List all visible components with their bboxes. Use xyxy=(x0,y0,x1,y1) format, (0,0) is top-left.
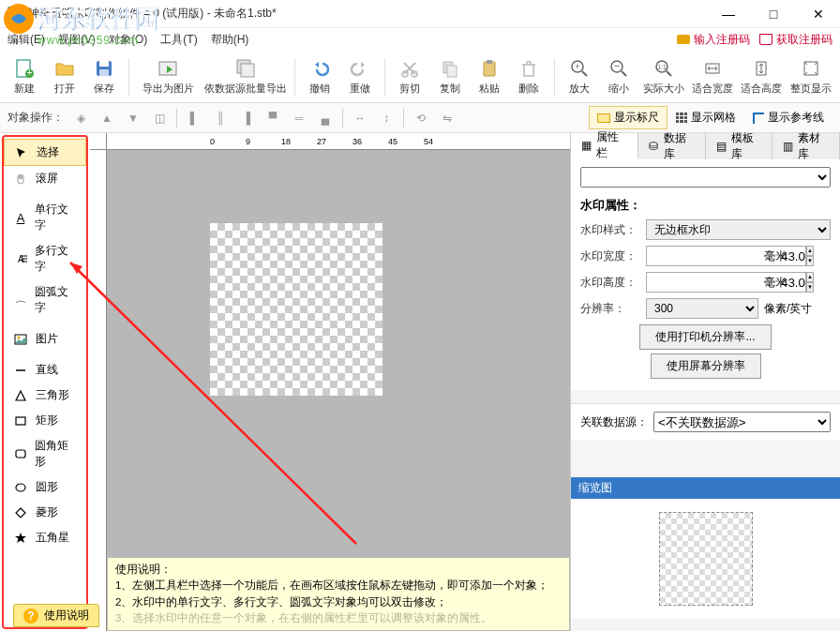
tab-templates[interactable]: ▤模板库 xyxy=(706,133,773,159)
dpi-select[interactable]: 300 xyxy=(646,298,758,319)
tool-circle[interactable]: 圆形 xyxy=(4,474,86,500)
rect-icon xyxy=(13,413,28,428)
new-button[interactable]: +新建 xyxy=(8,54,41,99)
menu-object[interactable]: 对象(O) xyxy=(109,32,147,48)
panel-tabs: ▦属性栏 ⛁数据库 ▤模板库 ▥素材库 xyxy=(571,133,840,159)
align-top-icon[interactable]: ▀ xyxy=(263,109,282,128)
svg-text:1:1: 1:1 xyxy=(657,64,667,70)
send-back-icon[interactable]: ▼ xyxy=(124,109,142,128)
tab-properties[interactable]: ▦属性栏 xyxy=(571,133,638,159)
align-bottom-icon[interactable]: ▄ xyxy=(316,109,335,128)
tool-select[interactable]: 选择 xyxy=(4,139,86,166)
ruler-vertical xyxy=(90,150,107,631)
screen-dpi-button[interactable]: 使用屏幕分辨率 xyxy=(651,353,761,379)
canvas-area[interactable]: 0 9 18 27 36 45 54 使用说明： 1、左侧工具栏中选择一个功能后… xyxy=(90,133,570,631)
align-left-icon[interactable]: ▌ xyxy=(185,109,203,128)
tool-triangle[interactable]: 三角形 xyxy=(4,383,86,408)
group-icon[interactable]: ◫ xyxy=(150,109,169,128)
help-toggle-button[interactable]: ? 使用说明 xyxy=(13,604,99,627)
fit-width-button[interactable]: 适合宽度 xyxy=(691,54,734,99)
dist-v-icon[interactable]: ↕ xyxy=(377,109,396,128)
object-ops-label: 对象操作： xyxy=(8,110,64,126)
zoomout-button[interactable]: −缩小 xyxy=(602,54,636,99)
star-icon xyxy=(13,531,28,546)
maximize-button[interactable]: □ xyxy=(759,5,788,23)
minimize-button[interactable]: — xyxy=(714,5,742,23)
cut-button[interactable]: 剪切 xyxy=(393,54,427,99)
get-regcode-link[interactable]: 获取注册码 xyxy=(759,32,832,48)
hand-icon xyxy=(13,172,28,187)
svg-rect-9 xyxy=(241,64,254,77)
batch-export-button[interactable]: 依数据源批量导出 xyxy=(204,54,287,99)
copy-button[interactable]: 复制 xyxy=(432,54,466,99)
svg-rect-14 xyxy=(484,62,495,76)
bring-front-icon[interactable]: ▲ xyxy=(98,109,116,128)
paste-button[interactable]: 粘贴 xyxy=(472,54,506,99)
tab-materials[interactable]: ▥素材库 xyxy=(772,133,840,159)
svg-text:A: A xyxy=(16,211,24,224)
actual-size-button[interactable]: 1:1实际大小 xyxy=(641,54,684,99)
canvas-document[interactable] xyxy=(210,223,382,396)
object-selector[interactable] xyxy=(580,167,831,188)
tool-roundrect[interactable]: 圆角矩形 xyxy=(4,433,86,474)
rotate-icon[interactable]: ⟲ xyxy=(412,109,430,128)
svg-rect-36 xyxy=(16,417,25,425)
show-ruler-toggle[interactable]: 显示标尺 xyxy=(589,106,668,129)
style-select[interactable]: 无边框水印 xyxy=(646,219,831,240)
layer-icon[interactable]: ◈ xyxy=(71,109,90,128)
preview-header: 缩览图 xyxy=(571,477,840,499)
sub-toolbar: 对象操作： ◈ ▲ ▼ ◫ ▌ ║ ▐ ▀ ═ ▄ ↔ ↕ ⟲ ⇋ 显示标尺 显… xyxy=(0,103,840,133)
tool-single-text[interactable]: A单行文字 xyxy=(4,197,86,238)
zoomin-button[interactable]: +放大 xyxy=(562,54,596,99)
menu-view[interactable]: 视图(V) xyxy=(58,32,96,48)
menu-help[interactable]: 帮助(H) xyxy=(211,32,249,48)
svg-point-34 xyxy=(18,336,21,338)
toolbar: +新建 打开 保存 导出为图片 依数据源批量导出 撤销 重做 剪切 复制 粘贴 … xyxy=(0,51,840,103)
line-icon xyxy=(13,363,28,378)
tool-diamond[interactable]: 菱形 xyxy=(4,500,86,525)
svg-rect-5 xyxy=(99,61,109,67)
ruler-icon xyxy=(597,113,610,123)
save-button[interactable]: 保存 xyxy=(87,54,121,99)
arctext-icon xyxy=(13,293,27,308)
diamond-icon xyxy=(13,505,28,520)
titlebar: 神奇透明水印制作软件 4.0 (试用版) - 未命名1.stb* — □ ✕ xyxy=(0,0,840,28)
export-image-button[interactable]: 导出为图片 xyxy=(137,54,199,99)
tool-image[interactable]: 图片 xyxy=(4,326,86,352)
fit-page-button[interactable]: 整页显示 xyxy=(789,54,832,99)
ruler-horizontal: 0 9 18 27 36 45 54 xyxy=(107,133,570,150)
redo-button[interactable]: 重做 xyxy=(343,54,377,99)
close-button[interactable]: ✕ xyxy=(804,5,832,23)
tool-pan[interactable]: 滚屏 xyxy=(4,166,86,191)
svg-text:−: − xyxy=(614,60,620,71)
svg-line-20 xyxy=(622,71,626,76)
tool-rect[interactable]: 矩形 xyxy=(4,408,86,433)
text-icon: A xyxy=(13,210,27,225)
delete-button[interactable]: 删除 xyxy=(512,54,546,99)
tpl-icon: ▤ xyxy=(715,140,728,153)
tab-database[interactable]: ⛁数据库 xyxy=(638,133,706,159)
menu-tools[interactable]: 工具(T) xyxy=(160,32,197,48)
menu-edit[interactable]: 编辑(E) xyxy=(8,32,45,48)
flip-icon[interactable]: ⇋ xyxy=(438,109,457,128)
show-guides-toggle[interactable]: 显示参考线 xyxy=(744,106,832,129)
enter-regcode-link[interactable]: 输入注册码 xyxy=(677,32,750,48)
open-button[interactable]: 打开 xyxy=(47,54,81,99)
tool-arc-text[interactable]: 圆弧文字 xyxy=(4,279,86,321)
dpi-label: 分辨率： xyxy=(580,301,640,317)
align-middle-icon[interactable]: ═ xyxy=(290,109,308,128)
dist-h-icon[interactable]: ↔ xyxy=(351,109,369,128)
svg-line-17 xyxy=(582,71,587,76)
align-right-icon[interactable]: ▐ xyxy=(237,109,256,128)
tool-line[interactable]: 直线 xyxy=(4,357,86,383)
printer-dpi-button[interactable]: 使用打印机分辨率... xyxy=(639,324,771,350)
show-grid-toggle[interactable]: 显示网格 xyxy=(668,106,744,129)
height-label: 水印高度： xyxy=(580,275,640,291)
tool-star[interactable]: 五角星 xyxy=(4,525,86,550)
tool-palette: 选择 滚屏 A单行文字 A多行文字 圆弧文字 图片 直线 三角形 矩形 圆角矩形… xyxy=(2,135,88,629)
tool-multi-text[interactable]: A多行文字 xyxy=(4,238,86,279)
datasource-select[interactable]: <不关联数据源> xyxy=(653,412,831,432)
align-center-icon[interactable]: ║ xyxy=(211,109,230,128)
undo-button[interactable]: 撤销 xyxy=(303,54,337,99)
fit-height-button[interactable]: 适合高度 xyxy=(740,54,783,99)
